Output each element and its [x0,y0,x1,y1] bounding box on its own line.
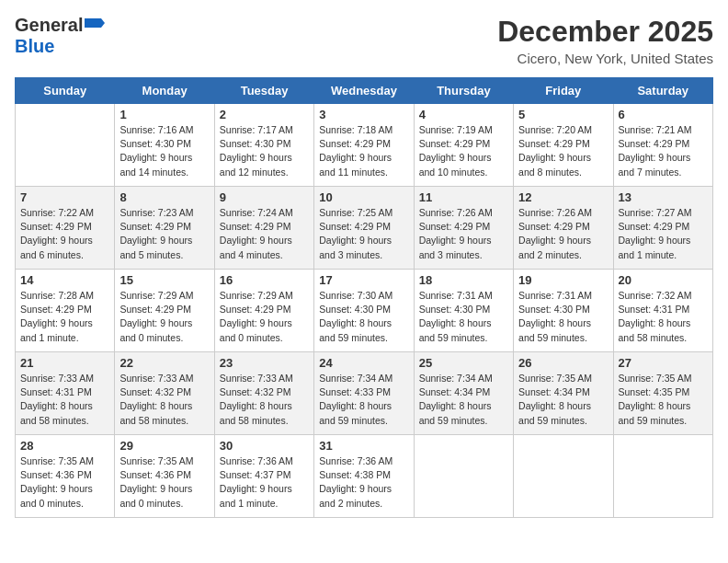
day-info: Sunrise: 7:20 AM Sunset: 4:29 PM Dayligh… [518,123,608,179]
day-number: 16 [220,273,309,287]
day-number: 4 [419,108,508,121]
title-block: December 2025 Cicero, New York, United S… [497,15,713,66]
day-info: Sunrise: 7:35 AM Sunset: 4:34 PM Dayligh… [518,372,608,428]
day-info: Sunrise: 7:33 AM Sunset: 4:31 PM Dayligh… [20,372,109,428]
calendar-cell: 18Sunrise: 7:31 AM Sunset: 4:30 PM Dayli… [414,270,513,352]
day-number: 9 [220,190,309,204]
day-number: 19 [518,273,608,287]
calendar-cell: 29Sunrise: 7:35 AM Sunset: 4:36 PM Dayli… [115,435,214,518]
day-number: 7 [20,190,109,204]
weekday-header-saturday: Saturday [613,78,712,104]
day-info: Sunrise: 7:22 AM Sunset: 4:29 PM Dayligh… [20,206,109,262]
day-info: Sunrise: 7:36 AM Sunset: 4:37 PM Dayligh… [220,454,309,511]
day-info: Sunrise: 7:26 AM Sunset: 4:29 PM Dayligh… [518,206,608,262]
calendar-cell: 21Sunrise: 7:33 AM Sunset: 4:31 PM Dayli… [16,352,115,435]
calendar-cell: 26Sunrise: 7:35 AM Sunset: 4:34 PM Dayli… [514,352,613,435]
day-info: Sunrise: 7:31 AM Sunset: 4:30 PM Dayligh… [419,289,508,345]
day-number: 5 [518,108,608,121]
calendar-cell [16,104,115,187]
calendar-cell: 3Sunrise: 7:18 AM Sunset: 4:29 PM Daylig… [314,104,414,187]
calendar-cell [514,435,613,518]
day-info: Sunrise: 7:29 AM Sunset: 4:29 PM Dayligh… [220,289,309,345]
calendar-cell: 25Sunrise: 7:34 AM Sunset: 4:34 PM Dayli… [414,352,513,435]
weekday-header-sunday: Sunday [16,78,115,104]
day-info: Sunrise: 7:30 AM Sunset: 4:30 PM Dayligh… [319,289,408,345]
calendar-cell: 19Sunrise: 7:31 AM Sunset: 4:30 PM Dayli… [514,270,613,352]
calendar-cell: 24Sunrise: 7:34 AM Sunset: 4:33 PM Dayli… [314,352,414,435]
calendar-cell: 10Sunrise: 7:25 AM Sunset: 4:29 PM Dayli… [314,187,414,270]
calendar-cell: 23Sunrise: 7:33 AM Sunset: 4:32 PM Dayli… [214,352,313,435]
calendar-cell: 15Sunrise: 7:29 AM Sunset: 4:29 PM Dayli… [115,270,214,352]
day-info: Sunrise: 7:24 AM Sunset: 4:29 PM Dayligh… [220,206,309,262]
day-info: Sunrise: 7:17 AM Sunset: 4:30 PM Dayligh… [220,123,309,179]
day-info: Sunrise: 7:34 AM Sunset: 4:33 PM Dayligh… [319,372,408,428]
calendar-cell: 16Sunrise: 7:29 AM Sunset: 4:29 PM Dayli… [214,270,313,352]
calendar-week-3: 14Sunrise: 7:28 AM Sunset: 4:29 PM Dayli… [16,270,713,352]
day-info: Sunrise: 7:35 AM Sunset: 4:35 PM Dayligh… [619,372,708,428]
calendar-week-1: 1Sunrise: 7:16 AM Sunset: 4:30 PM Daylig… [16,104,713,187]
logo-general-text: General [15,15,83,36]
day-info: Sunrise: 7:23 AM Sunset: 4:29 PM Dayligh… [119,206,209,262]
logo-flag-icon [85,18,105,31]
day-info: Sunrise: 7:35 AM Sunset: 4:36 PM Dayligh… [20,454,109,511]
day-info: Sunrise: 7:19 AM Sunset: 4:29 PM Dayligh… [419,123,508,179]
weekday-header-monday: Monday [115,78,214,104]
day-number: 27 [619,356,708,370]
calendar-cell: 14Sunrise: 7:28 AM Sunset: 4:29 PM Dayli… [16,270,115,352]
day-info: Sunrise: 7:25 AM Sunset: 4:29 PM Dayligh… [319,206,408,262]
day-info: Sunrise: 7:35 AM Sunset: 4:36 PM Dayligh… [119,454,209,511]
location-text: Cicero, New York, United States [497,51,713,66]
day-number: 15 [119,273,209,287]
calendar-cell: 27Sunrise: 7:35 AM Sunset: 4:35 PM Dayli… [613,352,712,435]
day-number: 14 [20,273,109,287]
month-title: December 2025 [497,15,713,49]
calendar-cell: 28Sunrise: 7:35 AM Sunset: 4:36 PM Dayli… [16,435,115,518]
calendar-cell: 1Sunrise: 7:16 AM Sunset: 4:30 PM Daylig… [115,104,214,187]
day-number: 22 [119,356,209,370]
calendar-cell: 8Sunrise: 7:23 AM Sunset: 4:29 PM Daylig… [115,187,214,270]
day-number: 1 [119,108,209,121]
day-info: Sunrise: 7:32 AM Sunset: 4:31 PM Dayligh… [619,289,708,345]
day-number: 31 [319,439,408,453]
calendar-cell: 13Sunrise: 7:27 AM Sunset: 4:29 PM Dayli… [613,187,712,270]
calendar-cell: 20Sunrise: 7:32 AM Sunset: 4:31 PM Dayli… [613,270,712,352]
day-info: Sunrise: 7:21 AM Sunset: 4:29 PM Dayligh… [619,123,708,179]
calendar-cell: 12Sunrise: 7:26 AM Sunset: 4:29 PM Dayli… [514,187,613,270]
day-number: 17 [319,273,408,287]
svg-marker-1 [101,18,105,28]
calendar-cell [414,435,513,518]
day-number: 23 [220,356,309,370]
day-info: Sunrise: 7:36 AM Sunset: 4:38 PM Dayligh… [319,454,408,511]
calendar-cell: 2Sunrise: 7:17 AM Sunset: 4:30 PM Daylig… [214,104,313,187]
weekday-header-thursday: Thursday [414,78,513,104]
logo: General Blue [15,15,105,57]
day-info: Sunrise: 7:28 AM Sunset: 4:29 PM Dayligh… [20,289,109,345]
calendar-header-row: SundayMondayTuesdayWednesdayThursdayFrid… [16,78,713,104]
day-number: 13 [619,190,708,204]
day-info: Sunrise: 7:33 AM Sunset: 4:32 PM Dayligh… [220,372,309,428]
calendar-table: SundayMondayTuesdayWednesdayThursdayFrid… [15,77,713,518]
day-number: 28 [20,439,109,453]
weekday-header-tuesday: Tuesday [214,78,313,104]
calendar-cell: 30Sunrise: 7:36 AM Sunset: 4:37 PM Dayli… [214,435,313,518]
day-info: Sunrise: 7:29 AM Sunset: 4:29 PM Dayligh… [119,289,209,345]
logo-blue-text: Blue [15,36,54,56]
day-number: 26 [518,356,608,370]
day-number: 12 [518,190,608,204]
day-info: Sunrise: 7:26 AM Sunset: 4:29 PM Dayligh… [419,206,508,262]
day-number: 18 [419,273,508,287]
day-number: 6 [619,108,708,121]
day-number: 2 [220,108,309,121]
calendar-week-4: 21Sunrise: 7:33 AM Sunset: 4:31 PM Dayli… [16,352,713,435]
day-number: 11 [419,190,508,204]
calendar-cell: 5Sunrise: 7:20 AM Sunset: 4:29 PM Daylig… [514,104,613,187]
day-info: Sunrise: 7:31 AM Sunset: 4:30 PM Dayligh… [518,289,608,345]
calendar-cell: 11Sunrise: 7:26 AM Sunset: 4:29 PM Dayli… [414,187,513,270]
page-header: General Blue December 2025 Cicero, New Y… [15,15,713,66]
day-number: 20 [619,273,708,287]
calendar-cell: 17Sunrise: 7:30 AM Sunset: 4:30 PM Dayli… [314,270,414,352]
calendar-cell: 6Sunrise: 7:21 AM Sunset: 4:29 PM Daylig… [613,104,712,187]
day-info: Sunrise: 7:27 AM Sunset: 4:29 PM Dayligh… [619,206,708,262]
calendar-week-2: 7Sunrise: 7:22 AM Sunset: 4:29 PM Daylig… [16,187,713,270]
weekday-header-friday: Friday [514,78,613,104]
